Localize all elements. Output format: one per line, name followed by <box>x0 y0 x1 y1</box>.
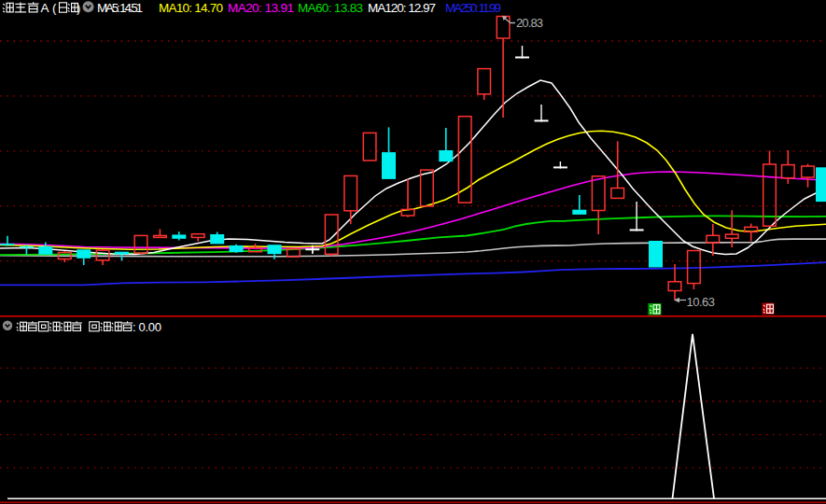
svg-text:MA20: 13.91: MA20: 13.91 <box>228 1 294 15</box>
svg-text:MA5: 14.51: MA5: 14.51 <box>97 1 143 15</box>
svg-text:): ) <box>77 1 80 15</box>
svg-text:20.83: 20.83 <box>516 16 543 30</box>
svg-text:(: ( <box>52 1 57 15</box>
svg-text:10.63: 10.63 <box>687 295 716 309</box>
svg-text:A: A <box>40 1 49 15</box>
svg-text:MA60: 13.83: MA60: 13.83 <box>298 1 363 15</box>
svg-text:MA10: 14.70: MA10: 14.70 <box>159 1 223 15</box>
svg-text:: 0.00: : 0.00 <box>133 320 161 334</box>
svg-text:MA250: 11.99: MA250: 11.99 <box>445 1 501 15</box>
svg-text:MA120: 12.97: MA120: 12.97 <box>368 1 436 15</box>
